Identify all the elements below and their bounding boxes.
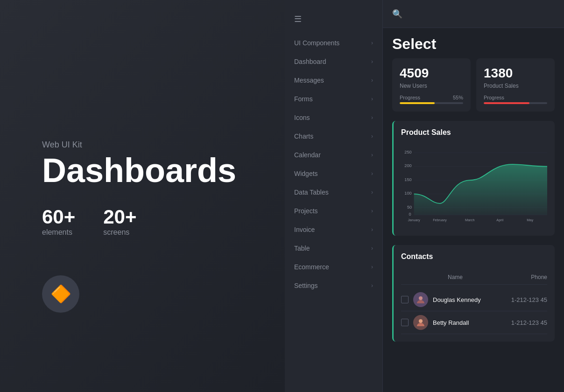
contact-name-2: Betty Randall (433, 319, 511, 326)
progress-pct-users: 55% (453, 95, 463, 100)
progress-fill-sales (484, 102, 529, 104)
svg-text:February: February (433, 218, 447, 222)
topbar: 🔍 (383, 0, 564, 28)
sidebar-header: ☰ (285, 9, 382, 34)
col-header-phone: Phone (531, 274, 547, 280)
contact-name-1: Douglas Kennedy (433, 296, 511, 303)
stat-number-sales: 1380 (484, 66, 547, 81)
arrow-icon: › (371, 189, 373, 196)
sidebar-item-charts[interactable]: Charts › (285, 127, 382, 146)
svg-point-17 (419, 296, 423, 300)
stat-screens-number: 20+ (103, 206, 136, 228)
arrow-icon: › (371, 226, 373, 233)
progress-bar-sales (484, 102, 547, 104)
sketch-icon: 🔶 (42, 275, 79, 313)
contacts-title: Contacts (401, 252, 433, 261)
arrow-icon: › (371, 208, 373, 214)
hero-stat-screens: 20+ screens (103, 206, 136, 237)
page-title-area: Select (383, 28, 564, 58)
sidebar-item-settings[interactable]: Settings › (285, 276, 382, 295)
hamburger-icon[interactable]: ☰ (294, 14, 302, 24)
sidebar: ☰ UI Components › Dashboard › Messages ›… (285, 0, 383, 392)
main-content: 🔍 Select 4509 New Users Progress 55% 138… (383, 0, 564, 392)
col-header-name: Name (448, 274, 463, 280)
contact-checkbox-2[interactable] (401, 319, 409, 326)
sidebar-item-widgets[interactable]: Widgets › (285, 164, 382, 183)
contacts-card: Contacts Name Phone (392, 245, 555, 342)
svg-point-18 (419, 319, 423, 323)
stats-row: 4509 New Users Progress 55% 1380 Product… (383, 58, 564, 112)
contacts-table: Name Phone Douglas Kennedy (401, 274, 547, 334)
stat-label-sales: Product Sales (484, 83, 547, 89)
stat-elements-number: 60+ (42, 206, 75, 228)
right-panel: ☰ UI Components › Dashboard › Messages ›… (285, 0, 564, 392)
arrow-icon: › (371, 133, 373, 140)
chart-title: Product Sales (401, 128, 547, 137)
sidebar-nav: UI Components › Dashboard › Messages › F… (285, 34, 382, 295)
chart-svg: 250 200 150 100 50 0 (401, 144, 547, 228)
contacts-header: Contacts (401, 252, 547, 268)
arrow-icon: › (371, 58, 373, 65)
progress-text-sales: Progress (484, 95, 504, 100)
svg-text:May: May (527, 218, 533, 222)
hero-title: Dashboards (42, 154, 236, 187)
progress-text-users: Progress (400, 95, 420, 100)
svg-text:150: 150 (404, 177, 411, 182)
svg-text:50: 50 (407, 205, 412, 210)
svg-text:200: 200 (404, 163, 411, 168)
contacts-section: Contacts Name Phone (383, 245, 564, 342)
contact-checkbox-1[interactable] (401, 296, 409, 303)
product-sales-card: Product Sales 250 200 150 100 50 0 (392, 121, 555, 236)
svg-text:250: 250 (404, 150, 411, 154)
stat-elements-label: elements (42, 228, 75, 237)
sidebar-item-projects[interactable]: Projects › (285, 202, 382, 220)
svg-text:April: April (496, 218, 503, 222)
contact-phone-2: 1-212-123 45 (511, 319, 547, 326)
sidebar-item-icons[interactable]: Icons › (285, 108, 382, 127)
sidebar-item-ecommerce[interactable]: Ecommerce › (285, 258, 382, 276)
search-icon[interactable]: 🔍 (392, 9, 402, 19)
arrow-icon: › (371, 170, 373, 177)
chart-section: Product Sales 250 200 150 100 50 0 (383, 121, 564, 236)
svg-text:0: 0 (409, 212, 411, 217)
sidebar-item-forms[interactable]: Forms › (285, 90, 382, 108)
stat-number-users: 4509 (400, 66, 463, 81)
avatar-2 (413, 315, 428, 330)
sidebar-item-dashboard[interactable]: Dashboard › (285, 52, 382, 71)
arrow-icon: › (371, 282, 373, 289)
stat-card-sales: 1380 Product Sales Progress (476, 58, 555, 112)
table-header: Name Phone (401, 274, 547, 285)
sidebar-item-table[interactable]: Table › (285, 239, 382, 258)
stat-screens-label: screens (103, 228, 136, 237)
sidebar-item-calendar[interactable]: Calendar › (285, 146, 382, 164)
sidebar-item-data-tables[interactable]: Data Tables › (285, 183, 382, 202)
svg-text:January: January (408, 218, 421, 222)
stat-label-users: New Users (400, 83, 463, 89)
sidebar-item-ui-components[interactable]: UI Components › (285, 34, 382, 52)
svg-text:March: March (465, 218, 474, 222)
page-title: Select (392, 35, 555, 53)
contact-phone-1: 1-212-123 45 (511, 296, 547, 303)
arrow-icon: › (371, 77, 373, 84)
sidebar-item-messages[interactable]: Messages › (285, 71, 382, 90)
table-row: Douglas Kennedy 1-212-123 45 (401, 288, 547, 311)
stat-card-users: 4509 New Users Progress 55% (392, 58, 471, 112)
svg-text:100: 100 (404, 191, 411, 196)
arrow-icon: › (371, 96, 373, 102)
table-row: Betty Randall 1-212-123 45 (401, 311, 547, 334)
sidebar-item-invoice[interactable]: Invoice › (285, 220, 382, 239)
hero-stats: 60+ elements 20+ screens (42, 206, 236, 237)
hero-subtitle: Web UI Kit (42, 140, 236, 150)
avatar-1 (413, 292, 428, 307)
chart-area: 250 200 150 100 50 0 (401, 144, 547, 228)
progress-fill-users (400, 102, 435, 104)
arrow-icon: › (371, 264, 373, 270)
arrow-icon: › (371, 114, 373, 121)
progress-bar-users (400, 102, 463, 104)
arrow-icon: › (371, 40, 373, 46)
arrow-icon: › (371, 152, 373, 158)
arrow-icon: › (371, 245, 373, 252)
hero-section: Web UI Kit Dashboards 60+ elements 20+ s… (42, 140, 236, 237)
hero-stat-elements: 60+ elements (42, 206, 75, 237)
